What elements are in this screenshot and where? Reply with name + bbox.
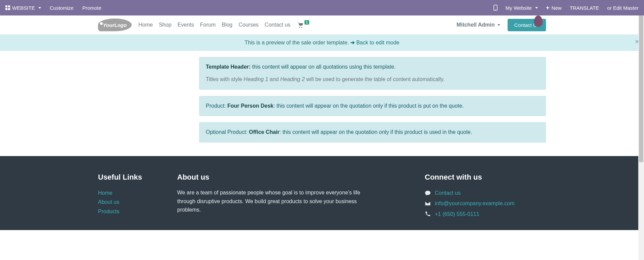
site-header: YourLogo Home Shop Events Forum Blog Cou… <box>0 15 644 35</box>
connect-title: Connect with us <box>425 173 546 182</box>
template-header-label: Template Header: <box>206 64 251 70</box>
optional-text: : this content will appear on the quotat… <box>280 129 472 135</box>
site-logo[interactable]: YourLogo <box>98 18 132 31</box>
website-menu-label: WEBSITE <box>12 5 35 11</box>
nav-blog[interactable]: Blog <box>222 22 232 28</box>
vertical-scrollbar[interactable] <box>638 15 644 230</box>
envelope-icon <box>425 201 431 206</box>
optional-prefix: Optional Product: <box>206 129 249 135</box>
hint-heading2: Heading 2 <box>280 76 305 82</box>
nav-shop[interactable]: Shop <box>159 22 171 28</box>
hint-part-mid: and <box>268 76 280 82</box>
chevron-down-icon <box>496 22 500 28</box>
logo-text: YourLogo <box>103 22 127 28</box>
mobile-icon <box>493 5 497 11</box>
template-header-text: this content will appear on all quotatio… <box>251 64 395 70</box>
my-website-label: My Website <box>506 5 532 11</box>
customize-link[interactable]: Customize <box>50 5 74 11</box>
cart-button[interactable]: 1 <box>297 22 309 28</box>
website-menu[interactable]: WEBSITE <box>5 5 41 11</box>
optional-product-name: Office Chair <box>249 129 280 135</box>
user-menu[interactable]: Mitchell Admin <box>457 22 500 28</box>
mobile-preview-button[interactable] <box>493 5 497 11</box>
site-footer: Useful Links Home About us Products Abou… <box>0 156 644 230</box>
svg-rect-0 <box>5 5 7 7</box>
footer-link-about[interactable]: About us <box>98 199 119 205</box>
template-blocks: Template Header: this content will appea… <box>199 57 546 143</box>
alert-text: This is a preview of the sale order temp… <box>245 40 350 45</box>
preview-alert: This is a preview of the sale order temp… <box>0 35 644 51</box>
editor-topbar: WEBSITE Customize Promote My Website + N… <box>0 0 644 15</box>
footer-phone-link[interactable]: +1 (650) 555-0111 <box>435 210 479 219</box>
chat-icon <box>425 190 431 196</box>
plus-icon: + <box>546 5 550 11</box>
topbar-right: My Website + New TRANSLATE or Edit Maste… <box>493 5 639 11</box>
svg-rect-1 <box>8 5 10 7</box>
svg-rect-2 <box>5 8 7 10</box>
footer-contact-link[interactable]: Contact us <box>435 188 460 197</box>
promote-link[interactable]: Promote <box>82 5 101 11</box>
useful-links-title: Useful Links <box>98 173 164 182</box>
product-text: : this content will appear on the quotat… <box>273 103 464 109</box>
back-link-label: Back to edit mode <box>356 40 399 45</box>
svg-point-6 <box>299 27 300 28</box>
product-name: Four Person Desk <box>227 103 273 109</box>
product-prefix: Product: <box>206 103 227 109</box>
about-title: About us <box>177 173 366 182</box>
about-text: We are a team of passionate people whose… <box>177 188 366 214</box>
hint-part-a: Titles with style <box>206 76 244 82</box>
svg-point-5 <box>495 9 496 10</box>
my-website-dropdown[interactable]: My Website <box>506 5 538 11</box>
translate-button[interactable]: TRANSLATE <box>570 5 599 11</box>
back-to-edit-link[interactable]: ➔ Back to edit mode <box>350 40 399 45</box>
template-header-box[interactable]: Template Header: this content will appea… <box>199 57 546 90</box>
cart-icon <box>297 22 304 28</box>
hint-part-b: will be used to generate the table of co… <box>305 76 445 82</box>
arrow-right-icon: ➔ <box>350 40 355 45</box>
scrollbar-thumb[interactable] <box>639 15 643 162</box>
theme-drop-icon[interactable] <box>534 15 543 27</box>
user-name-label: Mitchell Admin <box>457 22 495 28</box>
nav-events[interactable]: Events <box>178 22 194 28</box>
footer-connect: Connect with us Contact us info@yourcomp… <box>425 173 546 220</box>
nav-courses[interactable]: Courses <box>238 22 259 28</box>
svg-point-7 <box>301 27 302 28</box>
new-page-button[interactable]: + New <box>546 5 562 11</box>
heading-hint: Titles with style Heading 1 and Heading … <box>206 75 539 84</box>
page-body: Template Header: this content will appea… <box>95 51 549 156</box>
svg-rect-3 <box>8 8 10 10</box>
product-box[interactable]: Product: Four Person Desk: this content … <box>199 96 546 116</box>
footer-about: About us We are a team of passionate peo… <box>177 173 366 220</box>
footer-link-products[interactable]: Products <box>98 209 119 214</box>
topbar-left: WEBSITE Customize Promote <box>5 5 101 11</box>
footer-useful-links: Useful Links Home About us Products <box>98 173 164 220</box>
nav-forum[interactable]: Forum <box>200 22 216 28</box>
footer-email-link[interactable]: info@yourcompany.example.com <box>435 199 515 208</box>
phone-icon <box>425 211 431 217</box>
footer-link-home[interactable]: Home <box>98 190 112 196</box>
nav-home[interactable]: Home <box>138 22 153 28</box>
optional-product-box[interactable]: Optional Product: Office Chair: this con… <box>199 122 546 143</box>
new-label: New <box>551 5 561 11</box>
nav-contact[interactable]: Contact us <box>265 22 290 28</box>
edit-master-link[interactable]: or Edit Master <box>607 5 639 11</box>
apps-icon <box>5 5 10 10</box>
main-nav: Home Shop Events Forum Blog Courses Cont… <box>138 22 290 28</box>
cart-count-badge: 1 <box>304 20 309 25</box>
hint-heading1: Heading 1 <box>244 76 268 82</box>
